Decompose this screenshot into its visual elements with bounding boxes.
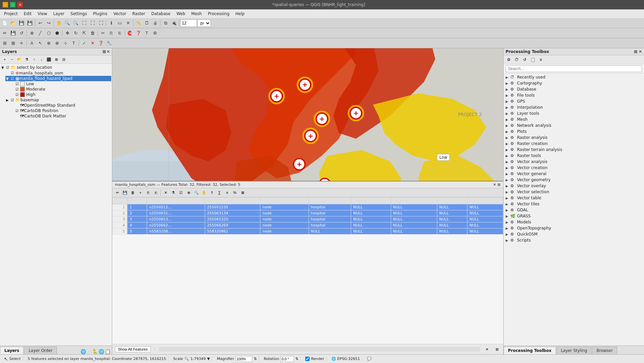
- low-checkbox[interactable]: ☑: [15, 82, 20, 86]
- attr-header-controls[interactable]: ✕ ⊞: [493, 183, 501, 187]
- toolbox-tree-item[interactable]: ▶ ⚙ Vector table: [504, 195, 643, 201]
- tb-item-expand[interactable]: ▶: [506, 124, 510, 127]
- menu-project[interactable]: Project: [1, 11, 20, 17]
- layer-hospitals[interactable]: ☑ ⊕ manila_hospitals_osm: [5, 70, 111, 76]
- attr-float-icon[interactable]: ⊞: [498, 183, 501, 187]
- menu-plugins[interactable]: Plugins: [90, 11, 110, 17]
- float-attr-btn[interactable]: ⊞: [493, 346, 501, 353]
- tb3-green-check[interactable]: ✓: [80, 39, 88, 47]
- menu-processing[interactable]: Processing: [205, 11, 232, 17]
- col-operat[interactable]: operat: [467, 198, 503, 204]
- toolbox-tree-item[interactable]: ▶ ⚙ Database: [504, 86, 643, 92]
- messages-icon[interactable]: 💬: [367, 357, 372, 361]
- menu-layer[interactable]: Layer: [51, 11, 67, 17]
- menu-help[interactable]: Help: [233, 11, 247, 17]
- tb-identify[interactable]: ℹ: [107, 19, 115, 27]
- save-edits-btn[interactable]: 💾: [121, 189, 129, 196]
- tb3-5[interactable]: ⊗: [53, 39, 61, 47]
- select-icon[interactable]: ↖: [4, 356, 8, 362]
- collapse-all-btn[interactable]: ⊟: [60, 56, 67, 63]
- close-button[interactable]: ✕: [17, 2, 23, 7]
- toolbox-tree-item[interactable]: ▶ ⚙ Vector tiles: [504, 201, 643, 207]
- close-panel-icon[interactable]: ✕: [107, 49, 110, 54]
- close-attr-btn[interactable]: ✕: [483, 346, 491, 353]
- toolbox-tree-item[interactable]: ▶ ⚙ GPS: [504, 98, 643, 104]
- organize-cols-btn[interactable]: ≡: [223, 189, 231, 196]
- map-area[interactable]: + + + + + + + + + QU: [112, 48, 503, 181]
- basemap-expand[interactable]: ▶: [6, 98, 11, 102]
- open-layer-btn[interactable]: 📂: [16, 56, 23, 63]
- remove-layer-btn[interactable]: −: [9, 56, 15, 63]
- toolbox-expand-icon[interactable]: ⊞: [634, 49, 637, 54]
- zoom-sel-btn[interactable]: 🔍: [193, 189, 200, 196]
- toolbox-tree-item[interactable]: ▶ ⚙ Raster tools: [504, 153, 643, 159]
- tb-item-expand[interactable]: ▶: [506, 239, 510, 242]
- group-chevron[interactable]: ▼: [1, 66, 6, 69]
- layer-flood[interactable]: ▼ ☑ ▦ manila_flood_hazard_lipad: [5, 76, 111, 81]
- tb-digitize[interactable]: ⬟: [53, 29, 61, 37]
- tb-scale[interactable]: ⇱: [80, 29, 88, 37]
- tb-paste[interactable]: ⎗: [116, 29, 124, 37]
- tb-item-expand[interactable]: ▶: [506, 184, 510, 188]
- add-layer-btn[interactable]: +: [1, 56, 8, 63]
- tb-layers[interactable]: ⧉: [162, 19, 170, 27]
- high-checkbox[interactable]: ☑: [15, 93, 20, 97]
- tb-copy[interactable]: ⎘: [107, 29, 115, 37]
- toolbox-tree-item[interactable]: ▶ ⚙ Cartography: [504, 80, 643, 86]
- toolbox-tree-item[interactable]: ▶ ⚙ Vector selection: [504, 189, 643, 195]
- tab-processing-toolbox[interactable]: Processing Toolbox: [504, 347, 556, 354]
- maximize-button[interactable]: □: [10, 2, 15, 7]
- epsg-icon[interactable]: 🌐: [331, 357, 336, 361]
- tb-move[interactable]: ✥: [63, 29, 71, 37]
- ttb-refresh[interactable]: ↺: [521, 56, 528, 63]
- tb-snap[interactable]: 🧲: [126, 29, 134, 37]
- tb-item-expand[interactable]: ▶: [506, 202, 510, 206]
- toolbox-close-icon[interactable]: ✕: [639, 49, 642, 54]
- toolbox-tree-item[interactable]: ▶ ⚙ GDAL: [504, 207, 643, 213]
- tb-item-expand[interactable]: ▶: [506, 214, 510, 218]
- ttb-history[interactable]: ⏱: [513, 56, 520, 63]
- tb-rollback[interactable]: ↺: [17, 29, 25, 37]
- toolbox-tree-item[interactable]: ▶ ⚙ Mesh: [504, 116, 643, 122]
- menu-raster[interactable]: Raster: [130, 11, 148, 17]
- toolbox-tree-item[interactable]: ▶ ⚙ QuickOSM: [504, 231, 643, 237]
- cartodb-dark-checkbox[interactable]: ☐: [15, 114, 20, 118]
- tb3-3[interactable]: ≡: [17, 39, 25, 47]
- tb3-text-a[interactable]: A: [28, 39, 36, 47]
- tab-layer-order[interactable]: Layer Order: [24, 347, 57, 354]
- toolbox-tree-item[interactable]: ▶ ⚙ Scripts: [504, 237, 643, 243]
- tb-add-polygon[interactable]: ⬡: [45, 29, 53, 37]
- magnifier-input[interactable]: [236, 356, 252, 362]
- move-sel-top[interactable]: ⇑: [208, 189, 215, 196]
- toolbox-tree-item[interactable]: ▶ 🌿 GRASS: [504, 213, 643, 219]
- toolbox-tree-item[interactable]: ▶ ⚙ Models: [504, 219, 643, 225]
- panel-icon[interactable]: 🌐: [80, 349, 86, 354]
- menu-vector[interactable]: Vector: [111, 11, 129, 17]
- tb-item-expand[interactable]: ▶: [506, 208, 510, 212]
- rotation-input[interactable]: [280, 356, 294, 362]
- menu-edit[interactable]: Edit: [21, 11, 34, 17]
- toolbox-tree-item[interactable]: ▶ ⚙ Vector overlay: [504, 183, 643, 189]
- tb-measure[interactable]: 📏: [134, 19, 142, 27]
- tb-add-point[interactable]: ⊕: [28, 29, 36, 37]
- tb-item-expand[interactable]: ▶: [506, 106, 510, 109]
- magnifier-arrows[interactable]: ⇅: [254, 357, 257, 361]
- select-all-btn[interactable]: ☑: [177, 189, 185, 196]
- horizontal-scrollbar[interactable]: [159, 347, 480, 352]
- ttb-results[interactable]: 📋: [529, 56, 536, 63]
- toolbox-tree-item[interactable]: ▶ ⚙ Vector analysis: [504, 159, 643, 165]
- toolbox-tree-item[interactable]: ▶ ⏱ Recently used: [504, 74, 643, 80]
- tb-label[interactable]: T: [143, 29, 151, 37]
- tb-item-expand[interactable]: ▶: [506, 136, 510, 140]
- tb-item-expand[interactable]: ▶: [506, 94, 510, 97]
- tb-item-expand[interactable]: ▶: [506, 88, 510, 91]
- toolbox-tree-item[interactable]: ▶ ⚙ OpenTopography: [504, 225, 643, 231]
- toolbox-tree-item[interactable]: ▶ ⚙ Vector general: [504, 171, 643, 177]
- moderate-checkbox[interactable]: ☑: [15, 87, 20, 92]
- font-unit-select[interactable]: px: [197, 19, 211, 27]
- col-parking[interactable]: parking: [351, 198, 391, 204]
- render-checkbox[interactable]: [305, 357, 310, 361]
- tb-item-expand[interactable]: ▶: [506, 154, 510, 158]
- tb-item-expand[interactable]: ▶: [506, 172, 510, 176]
- tb-zoom-in[interactable]: 🔍: [63, 19, 71, 27]
